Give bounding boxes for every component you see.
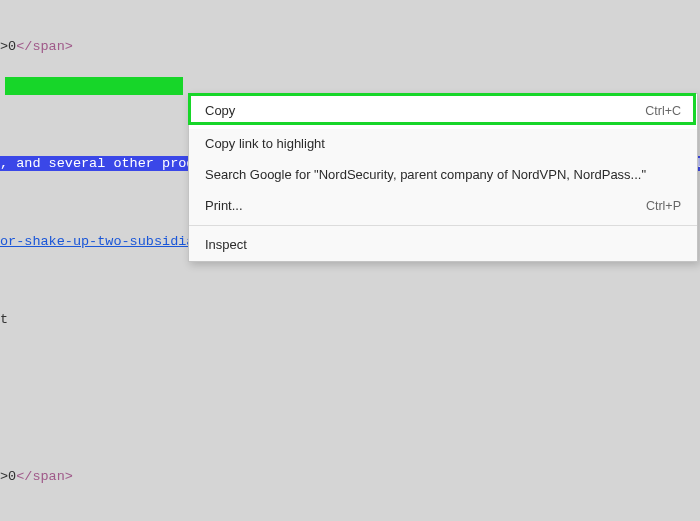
menu-label: Copy	[205, 102, 235, 121]
menu-label: Copy link to highlight	[205, 135, 325, 154]
menu-label: Search Google for "NordSecurity, parent …	[205, 166, 646, 185]
blank-line	[0, 350, 700, 370]
menu-label: Inspect	[205, 236, 247, 255]
menu-shortcut: Ctrl+C	[645, 102, 681, 120]
code-text: t	[0, 312, 8, 327]
blank-line	[0, 428, 700, 448]
blank-line	[0, 271, 700, 291]
blank-line	[0, 389, 700, 409]
code-line: t	[0, 310, 700, 330]
menu-item-copy[interactable]: Copy Ctrl+C	[189, 94, 697, 129]
menu-item-inspect[interactable]: Inspect	[189, 230, 697, 261]
menu-item-copy-link-highlight[interactable]: Copy link to highlight	[189, 129, 697, 160]
code-text: >0	[0, 39, 16, 54]
blank-line	[0, 506, 700, 521]
green-highlight-box	[5, 77, 183, 95]
url-fragment[interactable]: or-shake-up-two-subsidiar	[0, 234, 203, 249]
menu-separator	[189, 225, 697, 226]
code-text: >0	[0, 469, 16, 484]
context-menu[interactable]: Copy Ctrl+C Copy link to highlight Searc…	[188, 93, 698, 262]
menu-item-search-google[interactable]: Search Google for "NordSecurity, parent …	[189, 160, 697, 191]
code-line: >0</span>	[0, 37, 700, 57]
menu-item-print[interactable]: Print... Ctrl+P	[189, 191, 697, 222]
close-tag: </span>	[16, 39, 73, 54]
code-line: >0</span>	[0, 467, 700, 487]
close-tag: </span>	[16, 469, 73, 484]
menu-shortcut: Ctrl+P	[646, 197, 681, 215]
menu-label: Print...	[205, 197, 243, 216]
